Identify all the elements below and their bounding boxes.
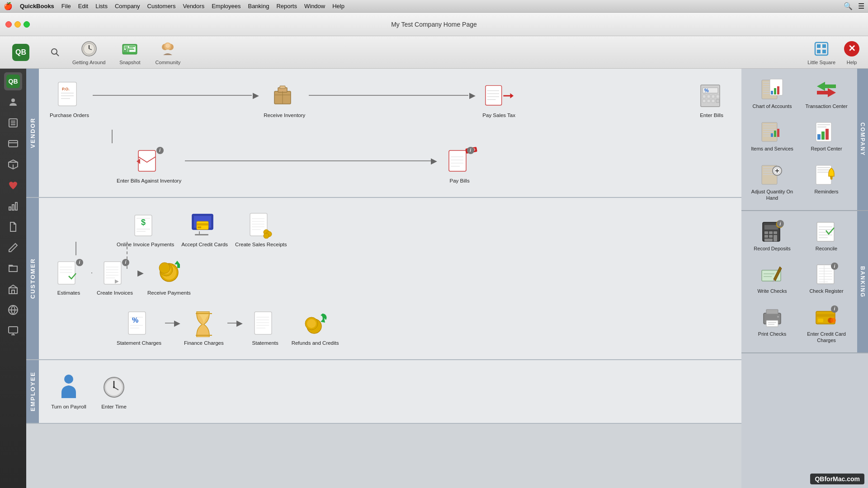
close-button[interactable] [5,21,12,28]
accept-credit-cards-icon [190,211,219,239]
refunds-and-credits-label: Refunds and Credits [292,340,339,347]
svg-rect-76 [449,150,466,171]
write-checks-item[interactable]: Write Checks [747,259,797,298]
enter-bills-against-inventory-item[interactable]: Pay Sales Tax [476,78,522,122]
create-sales-receipts-label: Create Sales Receipts [235,241,287,248]
accept-credit-cards-item[interactable]: Accept Credit Cards [178,207,231,252]
online-invoice-payments-item[interactable]: $ Online Invoice Payments [113,207,178,252]
little-square-button[interactable]: Little Square [807,40,835,65]
menu-edit[interactable]: Edit [78,3,88,9]
menu-vendors[interactable]: Vendors [183,3,204,9]
pay-sales-tax-item[interactable]: % Enter Bills [689,78,734,122]
menu-reports[interactable]: Reports [276,3,297,9]
check-register-item[interactable]: i Check Register [801,259,852,298]
sidebar-box-icon[interactable] [4,155,22,174]
search-icon[interactable]: 🔍 [844,2,853,10]
create-invoices-info-icon: i [122,259,129,266]
svg-rect-39 [9,288,17,294]
minimize-button[interactable] [14,21,21,28]
svg-marker-151 [817,82,836,91]
menu-employees[interactable]: Employees [212,3,241,9]
sidebar-monitor-icon[interactable] [4,322,22,340]
svg-rect-106 [104,262,121,284]
purchase-orders-item[interactable]: P.O. Purchase Orders [46,78,93,122]
print-checks-item[interactable]: Print Checks [747,302,797,347]
sidebar-building-icon[interactable] [4,280,22,298]
svg-rect-213 [766,310,778,314]
sidebar-doc-icon[interactable] [4,218,22,236]
sidebar-qb-icon[interactable]: QB [4,72,22,90]
qb-home-button[interactable]: QB [7,43,34,61]
enter-bills-item[interactable]: i Enter Bills Against Inventory [113,143,185,188]
sidebar-chart-icon[interactable] [4,197,22,215]
svg-rect-66 [703,95,706,98]
sidebar-pencil-icon[interactable] [4,239,22,257]
reminders-item[interactable]: Reminders [801,160,852,205]
reconcile-item[interactable]: Reconcile [801,216,852,255]
menu-banking[interactable]: Banking [248,3,269,9]
apple-menu[interactable]: 🍎 [4,2,13,10]
menu-help[interactable]: Help [332,3,344,9]
menu-company[interactable]: Company [115,3,140,9]
menu-file[interactable]: File [61,3,71,9]
record-deposits-item[interactable]: $ i Record Deposits [747,216,797,255]
statements-item[interactable]: Statements [243,305,288,350]
svg-rect-72 [712,99,715,103]
pay-sales-tax-label: Enter Bills [700,112,723,119]
turn-on-payroll-item[interactable]: Turn on Payroll [46,369,91,414]
receive-inventory-item[interactable]: Receive Inventory [260,78,309,122]
company-right-label: Company [859,122,866,156]
finance-charges-item[interactable]: Finance Charges [180,305,227,350]
adjust-quantity-on-hand-icon [760,163,784,187]
svg-rect-12 [129,49,134,50]
enter-time-icon [99,373,128,402]
statement-charges-item[interactable]: % Statement Charges [113,305,165,350]
create-invoices-item[interactable]: i Create Invoices [92,255,137,300]
getting-around-button[interactable]: Getting Around [72,40,105,65]
reconcile-icon [815,220,838,244]
sidebar-list-icon[interactable] [4,114,22,132]
menu-lists[interactable]: Lists [95,3,108,9]
estimates-item[interactable]: i Estimates [46,255,91,300]
window-title: My Test Company Home Page [391,21,477,28]
svg-marker-152 [817,88,836,97]
refunds-and-credits-item[interactable]: Refunds and Credits [288,305,343,350]
menu-window[interactable]: Window [304,3,325,9]
svg-rect-214 [766,320,778,327]
community-button[interactable]: Community [154,40,181,65]
enter-credit-card-charges-item[interactable]: i Enter Credit Card Charges [801,302,852,347]
record-deposits-icon: $ i [760,220,784,244]
adjust-quantity-on-hand-item[interactable]: Adjust Quantity On Hand [747,160,797,205]
sidebar-globe-icon[interactable] [4,301,22,319]
toolbar-search-button[interactable] [49,46,61,59]
fullscreen-button[interactable] [24,21,30,28]
help-button[interactable]: ✕ Help [843,40,861,65]
menu-customers[interactable]: Customers [147,3,176,9]
sidebar-folder-icon[interactable] [4,259,22,277]
sidebar-card-icon[interactable] [4,135,22,153]
pay-bills-item[interactable]: PAID i Pay Bills [437,143,482,188]
pay-sales-tax-icon: % [697,81,726,110]
transaction-center-item[interactable]: Transaction Center [801,74,852,113]
enter-bills-label: Enter Bills Against Inventory [117,178,181,184]
items-and-services-label: Items and Services [751,145,793,152]
company-right-label-wrapper: Company [857,69,868,210]
check-register-label: Check Register [809,288,843,294]
svg-rect-70 [703,99,706,103]
check-register-icon: i [815,263,838,286]
report-center-item[interactable]: Report Center [801,117,852,155]
enter-time-item[interactable]: Enter Time [91,369,137,414]
items-and-services-item[interactable]: Items and Services [747,117,797,155]
svg-rect-13 [124,50,126,52]
menu-quickbooks[interactable]: QuickBooks [20,3,54,9]
sidebar-person-icon[interactable] [4,93,22,111]
receive-payments-item[interactable]: Receive Payments [144,255,194,300]
sidebar-heart-icon[interactable] [4,176,22,194]
svg-rect-157 [763,131,776,132]
create-sales-receipts-icon [246,211,275,239]
create-sales-receipts-item[interactable]: Create Sales Receipts [231,207,290,252]
svg-rect-23 [817,50,821,53]
snapshot-button[interactable]: Snapshot [116,40,143,65]
list-icon[interactable]: ☰ [858,2,864,10]
chart-of-accounts-item[interactable]: Chart of Accounts [747,74,797,113]
